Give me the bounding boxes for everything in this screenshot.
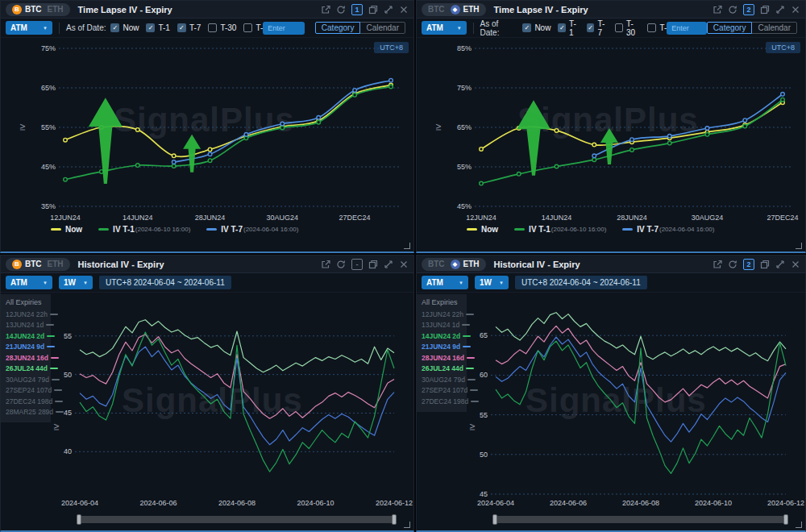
duplicate-icon[interactable]	[368, 260, 378, 269]
resize-corner[interactable]	[796, 243, 802, 249]
custom-tenor-input[interactable]: Enter	[263, 22, 305, 35]
expiry-item-14jun24[interactable]: 14JUN24 2d	[1, 330, 51, 342]
expiry-item-21jun24[interactable]: 21JUN24 9d	[1, 342, 51, 353]
legend-item[interactable]: IV T-7(2024-06-04 16:00)	[206, 225, 298, 234]
asof-option-t-7[interactable]: ✓T-7	[177, 23, 201, 32]
expiry-item-14jun24[interactable]: 14JUN24 2d	[417, 330, 467, 342]
window-number-badge[interactable]: 1	[351, 4, 363, 15]
open-external-icon[interactable]	[321, 5, 330, 15]
refresh-icon[interactable]	[728, 260, 737, 269]
expiry-item-27dec24[interactable]: 27DEC24 198d	[1, 396, 51, 407]
checkbox-unchecked-icon[interactable]	[647, 23, 656, 32]
timeframe-dropdown[interactable]: 1W▼	[59, 276, 93, 289]
expand-icon[interactable]	[775, 260, 785, 269]
asof-option-t-1[interactable]: ✓T-1	[146, 23, 169, 32]
scrollbar-left-handle[interactable]	[77, 514, 81, 525]
expand-icon[interactable]	[775, 5, 785, 15]
atm-dropdown[interactable]: ATM▼	[6, 276, 52, 289]
coin-tab-eth[interactable]: ETH	[48, 260, 64, 268]
coin-tab-btc[interactable]: BTC	[428, 5, 445, 14]
legend-item[interactable]: Now	[467, 225, 498, 234]
close-icon[interactable]	[399, 260, 409, 269]
expiry-item-30aug24[interactable]: 30AUG24 79d	[417, 374, 467, 385]
expiry-item-12jun24[interactable]: 12JUN24 22h	[1, 309, 51, 320]
calendar-view-button[interactable]: Calendar	[751, 22, 797, 34]
expiry-item-26jul24[interactable]: 26JUL24 44d	[1, 364, 51, 375]
window-number-badge[interactable]: 2	[743, 259, 754, 270]
atm-dropdown[interactable]: ATM▼	[6, 21, 52, 35]
checkbox-unchecked-icon[interactable]	[615, 23, 623, 32]
checkbox-checked-icon[interactable]: ✓	[110, 23, 119, 32]
atm-dropdown[interactable]: ATM▼	[422, 21, 467, 35]
close-icon[interactable]	[399, 5, 409, 15]
legend-item[interactable]: IV T-1(2024-06-10 16:00)	[98, 225, 190, 234]
coin-toggle[interactable]: BTC ◆ETH	[422, 3, 486, 16]
horizontal-scrollbar[interactable]	[77, 516, 396, 523]
expiry-item-27sep24[interactable]: 27SEP24 107d	[1, 385, 51, 397]
category-view-button[interactable]: Category	[315, 22, 361, 34]
asof-option-t-[interactable]: T-	[243, 23, 263, 32]
expiry-item-13jun24[interactable]: 13JUN24 1d	[417, 320, 467, 331]
legend-item[interactable]: Now	[51, 225, 82, 234]
expiry-item-27sep24[interactable]: 27SEP24 107d	[417, 385, 467, 397]
coin-toggle[interactable]: BBTC ETH	[6, 3, 70, 16]
legend-item[interactable]: IV T-7(2024-06-04 16:00)	[622, 225, 714, 234]
refresh-icon[interactable]	[336, 260, 346, 269]
coin-toggle[interactable]: BBTC ETH	[6, 258, 70, 271]
coin-toggle[interactable]: BTC ◆ETH	[422, 258, 486, 271]
expiry-item-28mar25[interactable]: 28MAR25 289d	[1, 407, 51, 418]
checkbox-checked-icon[interactable]: ✓	[146, 23, 155, 32]
checkbox-checked-icon[interactable]: ✓	[587, 23, 595, 32]
resize-corner[interactable]	[796, 522, 802, 528]
coin-tab-eth[interactable]: ◆ETH	[451, 260, 480, 269]
expiry-item-28jun24[interactable]: 28JUN24 16d	[1, 352, 51, 364]
calendar-view-button[interactable]: Calendar	[359, 22, 405, 34]
open-external-icon[interactable]	[321, 260, 330, 269]
coin-tab-eth[interactable]: ◆ETH	[451, 5, 480, 15]
expiry-item-13jun24[interactable]: 13JUN24 1d	[1, 320, 51, 331]
asof-option-t-[interactable]: T-	[647, 23, 667, 32]
duplicate-icon[interactable]	[760, 5, 770, 15]
asof-option-now[interactable]: ✓Now	[522, 23, 550, 32]
checkbox-unchecked-icon[interactable]	[243, 23, 252, 32]
horizontal-scrollbar[interactable]	[493, 516, 787, 523]
close-icon[interactable]	[791, 260, 800, 269]
window-number-badge[interactable]: 2	[743, 4, 754, 15]
scrollbar-right-handle[interactable]	[392, 514, 397, 525]
timeframe-dropdown[interactable]: 1W▼	[475, 276, 509, 289]
expiry-item-21jun24[interactable]: 21JUN24 9d	[417, 342, 467, 353]
coin-tab-eth[interactable]: ETH	[48, 5, 64, 14]
coin-tab-btc[interactable]: BBTC	[12, 260, 42, 269]
expiry-item-30aug24[interactable]: 30AUG24 79d	[1, 374, 51, 385]
scrollbar-right-handle[interactable]	[783, 514, 788, 525]
checkbox-checked-icon[interactable]: ✓	[522, 23, 531, 32]
open-external-icon[interactable]	[713, 260, 722, 269]
checkbox-checked-icon[interactable]: ✓	[177, 23, 186, 32]
asof-option-t-30[interactable]: T-30	[208, 23, 236, 32]
scrollbar-left-handle[interactable]	[492, 514, 497, 525]
custom-tenor-input[interactable]: Enter	[667, 22, 707, 35]
asof-option-t-30[interactable]: T-30	[615, 19, 640, 37]
expand-icon[interactable]	[384, 5, 393, 15]
coin-tab-btc[interactable]: BBTC	[12, 5, 42, 15]
asof-option-t-1[interactable]: ✓T-1	[558, 19, 579, 37]
coin-tab-btc[interactable]: BTC	[428, 260, 445, 268]
asof-option-t-7[interactable]: ✓T-7	[587, 19, 608, 37]
expiry-item-27dec24[interactable]: 27DEC24 198d	[417, 396, 467, 407]
resize-corner[interactable]	[404, 243, 410, 249]
expiry-item-28jun24[interactable]: 28JUN24 16d	[417, 352, 467, 364]
checkbox-unchecked-icon[interactable]	[208, 23, 217, 32]
expiry-item-12jun24[interactable]: 12JUN24 22h	[417, 309, 467, 320]
refresh-icon[interactable]	[336, 5, 346, 15]
category-view-button[interactable]: Category	[707, 22, 753, 34]
window-number-badge[interactable]: -	[351, 259, 363, 270]
close-icon[interactable]	[791, 5, 800, 15]
expand-icon[interactable]	[384, 260, 393, 269]
atm-dropdown[interactable]: ATM▼	[422, 276, 468, 289]
refresh-icon[interactable]	[728, 5, 737, 15]
duplicate-icon[interactable]	[368, 5, 378, 15]
expiry-item-26jul24[interactable]: 26JUL24 44d	[417, 364, 467, 375]
checkbox-checked-icon[interactable]: ✓	[558, 23, 566, 32]
asof-option-now[interactable]: ✓Now	[110, 23, 139, 32]
resize-corner[interactable]	[404, 522, 410, 528]
